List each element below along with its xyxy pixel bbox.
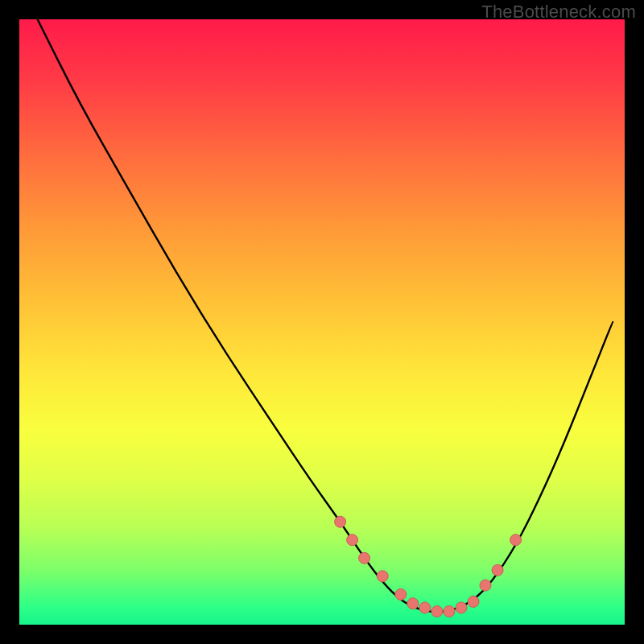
data-point: [377, 571, 388, 582]
dot-layer: [335, 516, 522, 617]
data-point: [347, 535, 358, 546]
data-point: [431, 606, 443, 617]
data-point: [510, 535, 522, 546]
data-point: [444, 606, 455, 617]
chart-overlay: [19, 19, 625, 625]
data-point: [468, 596, 479, 607]
data-point: [419, 602, 431, 613]
data-point: [407, 598, 419, 609]
data-point: [335, 516, 346, 527]
data-point: [480, 580, 491, 591]
data-point: [456, 602, 467, 613]
bottleneck-curve: [38, 19, 613, 612]
heatmap-gradient-panel: [19, 19, 625, 625]
data-point: [492, 564, 503, 576]
data-point: [359, 552, 370, 564]
watermark-label: TheBottleneck.com: [481, 2, 636, 23]
data-point: [395, 588, 407, 600]
